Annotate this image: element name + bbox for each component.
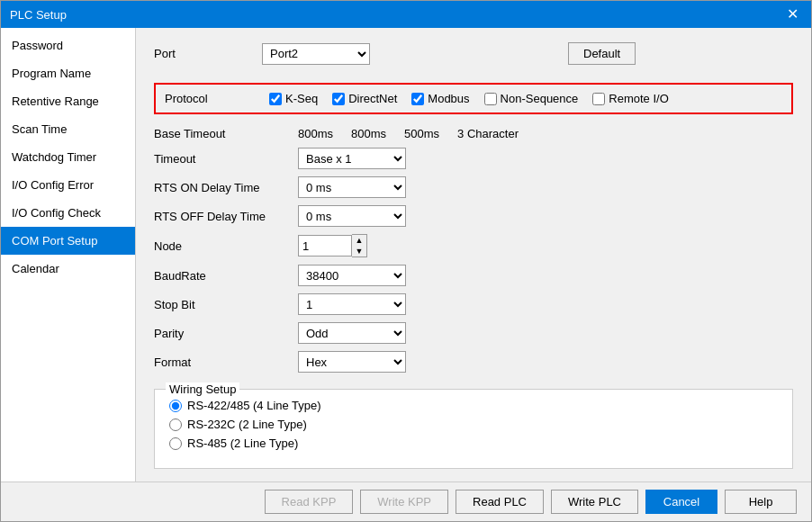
sidebar: PasswordProgram NameRetentive RangeScan … <box>1 28 136 482</box>
stop-bit-label: Stop Bit <box>154 298 298 311</box>
base-timeout-val-2: 800ms <box>351 127 386 140</box>
timeout-select[interactable]: Base x 1 Base x 2 Base x 4 <box>298 148 406 169</box>
base-timeout-val-4: 3 Character <box>457 127 519 140</box>
sidebar-item-scan-time[interactable]: Scan Time <box>1 115 135 143</box>
window-title: PLC Setup <box>10 8 67 22</box>
stop-bit-row: Stop Bit 1 2 <box>154 293 793 315</box>
protocol-inner: Protocol K-Seq DirectNet Modbus <box>165 92 782 105</box>
checkbox-kseq: K-Seq <box>269 92 318 105</box>
rts-off-label: RTS OFF Delay Time <box>154 210 298 223</box>
sidebar-item-io-config-check[interactable]: I/O Config Check <box>1 199 135 227</box>
base-timeout-val-1: 800ms <box>298 127 333 140</box>
directnet-label: DirectNet <box>348 92 397 105</box>
protocol-label: Protocol <box>165 92 255 105</box>
timeout-label: Timeout <box>154 152 298 166</box>
radio-rs232c: RS-232C (2 Line Type) <box>169 418 778 431</box>
kseq-checkbox[interactable] <box>269 93 282 105</box>
rs232c-label: RS-232C (2 Line Type) <box>187 418 307 431</box>
radio-rs485: RS-485 (2 Line Type) <box>169 436 778 450</box>
parity-label: Parity <box>154 327 298 340</box>
baudrate-select[interactable]: 9600 19200 38400 57600 115200 <box>298 265 406 286</box>
sidebar-item-watchdog-timer[interactable]: Watchdog Timer <box>1 143 135 171</box>
rts-off-row: RTS OFF Delay Time 0 ms 1 ms 2 ms 5 ms 1… <box>154 205 793 227</box>
sidebar-item-com-port-setup[interactable]: COM Port Setup <box>1 227 135 255</box>
rts-on-label: RTS ON Delay Time <box>154 181 298 194</box>
write-kpp-button[interactable]: Write KPP <box>360 490 448 514</box>
node-spinner: ▲ ▼ <box>352 234 367 257</box>
non-sequence-label: Non-Sequence <box>501 92 579 105</box>
format-row: Format Hex ASCII <box>154 351 793 373</box>
base-timeout-row: Base Timeout 800ms 800ms 500ms 3 Charact… <box>154 127 793 140</box>
remote-io-label: Remote I/O <box>609 92 668 105</box>
stop-bit-select[interactable]: 1 2 <box>298 293 406 315</box>
format-label: Format <box>154 356 298 369</box>
parity-select[interactable]: None Odd Even <box>298 322 406 344</box>
baudrate-label: BaudRate <box>154 269 298 283</box>
wiring-legend: Wiring Setup <box>166 382 239 396</box>
node-row: Node ▲ ▼ <box>154 234 793 257</box>
sidebar-item-retentive-range[interactable]: Retentive Range <box>1 87 135 115</box>
read-kpp-button[interactable]: Read KPP <box>265 490 354 514</box>
node-label: Node <box>154 239 298 253</box>
rs485-radio[interactable] <box>169 437 182 450</box>
rs232c-radio[interactable] <box>169 418 182 431</box>
node-down-button[interactable]: ▼ <box>352 246 366 256</box>
sidebar-item-program-name[interactable]: Program Name <box>1 59 135 87</box>
help-button[interactable]: Help <box>725 490 797 514</box>
title-bar: PLC Setup ✕ <box>1 1 811 28</box>
rts-off-select[interactable]: 0 ms 1 ms 2 ms 5 ms 10 ms <box>298 205 406 227</box>
non-sequence-checkbox[interactable] <box>484 93 497 105</box>
sidebar-item-calendar[interactable]: Calendar <box>1 255 135 283</box>
default-button[interactable]: Default <box>568 42 636 65</box>
checkbox-remote-io: Remote I/O <box>592 92 668 105</box>
port-label: Port <box>154 47 262 60</box>
port-row: Port Port2 Port1 Port3 Default <box>154 42 793 65</box>
cancel-button[interactable]: Cancel <box>645 490 717 514</box>
rts-on-row: RTS ON Delay Time 0 ms 1 ms 2 ms 5 ms 10… <box>154 176 793 198</box>
rs422-label: RS-422/485 (4 Line Type) <box>187 399 321 412</box>
read-plc-button[interactable]: Read PLC <box>456 490 544 514</box>
wiring-group: Wiring Setup RS-422/485 (4 Line Type) RS… <box>154 389 793 469</box>
radio-rs422: RS-422/485 (4 Line Type) <box>169 399 778 412</box>
format-select[interactable]: Hex ASCII <box>298 351 406 373</box>
protocol-box: Protocol K-Seq DirectNet Modbus <box>154 83 793 114</box>
node-input[interactable] <box>298 235 352 256</box>
port-select[interactable]: Port2 Port1 Port3 <box>262 43 370 65</box>
sidebar-item-password[interactable]: Password <box>1 32 135 59</box>
modbus-label: Modbus <box>428 92 469 105</box>
parity-row: Parity None Odd Even <box>154 322 793 344</box>
modbus-checkbox[interactable] <box>411 93 424 105</box>
kseq-label: K-Seq <box>285 92 318 105</box>
rs485-label: RS-485 (2 Line Type) <box>187 436 298 450</box>
node-up-button[interactable]: ▲ <box>352 235 366 246</box>
node-input-wrap: ▲ ▼ <box>298 234 367 257</box>
checkbox-non-sequence: Non-Sequence <box>484 92 579 105</box>
close-button[interactable]: ✕ <box>783 7 802 22</box>
base-timeout-val-3: 500ms <box>404 127 439 140</box>
baudrate-row: BaudRate 9600 19200 38400 57600 115200 <box>154 265 793 286</box>
sidebar-item-io-config-error[interactable]: I/O Config Error <box>1 171 135 199</box>
plc-setup-window: PLC Setup ✕ PasswordProgram NameRetentiv… <box>0 0 812 522</box>
port-select-wrap: Port2 Port1 Port3 <box>262 43 370 65</box>
content-area: Port Port2 Port1 Port3 Default Protocol <box>136 28 811 482</box>
rts-on-select[interactable]: 0 ms 1 ms 2 ms 5 ms 10 ms <box>298 176 406 198</box>
checkbox-modbus: Modbus <box>411 92 469 105</box>
timeout-row: Timeout Base x 1 Base x 2 Base x 4 <box>154 148 793 169</box>
directnet-checkbox[interactable] <box>332 93 345 105</box>
checkbox-directnet: DirectNet <box>332 92 397 105</box>
footer: Read KPP Write KPP Read PLC Write PLC Ca… <box>1 482 811 521</box>
write-plc-button[interactable]: Write PLC <box>551 490 638 514</box>
remote-io-checkbox[interactable] <box>592 93 605 105</box>
base-timeout-values: 800ms 800ms 500ms 3 Character <box>298 127 519 140</box>
base-timeout-label: Base Timeout <box>154 127 298 140</box>
window-body: PasswordProgram NameRetentive RangeScan … <box>1 28 811 482</box>
rs422-radio[interactable] <box>169 400 182 412</box>
